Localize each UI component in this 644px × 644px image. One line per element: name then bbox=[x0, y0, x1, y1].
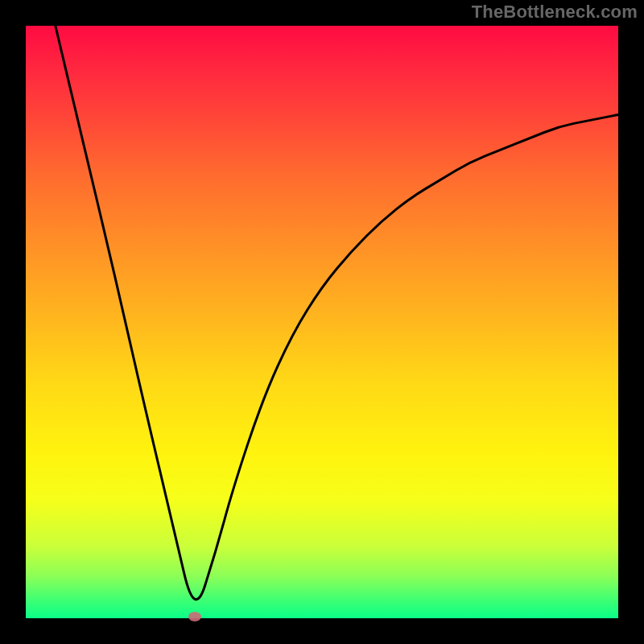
bottleneck-curve bbox=[56, 26, 618, 600]
plot-area bbox=[26, 26, 618, 618]
chart-frame: TheBottleneck.com bbox=[0, 0, 644, 644]
watermark-text: TheBottleneck.com bbox=[472, 2, 638, 23]
curve-svg bbox=[26, 26, 618, 618]
optimum-marker bbox=[188, 612, 201, 621]
